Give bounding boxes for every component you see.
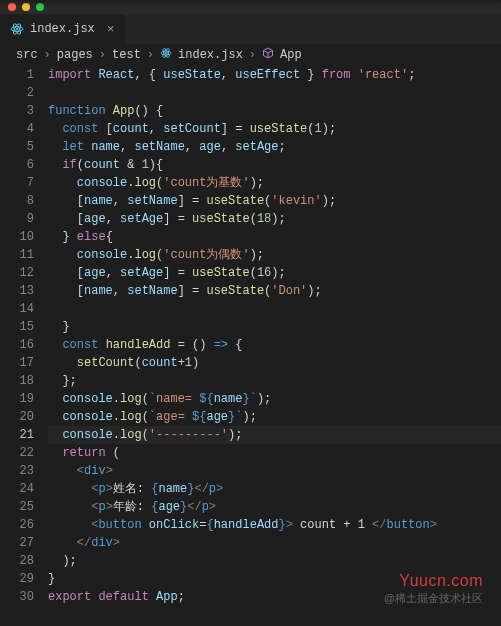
line-number: 14: [0, 300, 34, 318]
close-tab-icon[interactable]: ×: [107, 22, 115, 37]
line-number-gutter: 1234567891011121314151617181920212223242…: [0, 66, 48, 606]
breadcrumb-symbol[interactable]: App: [280, 48, 302, 62]
breadcrumb-pages[interactable]: pages: [57, 48, 93, 62]
code-line[interactable]: };: [48, 372, 501, 390]
code-line[interactable]: const handleAdd = () => {: [48, 336, 501, 354]
chevron-right-icon: ›: [147, 48, 154, 62]
line-number: 9: [0, 210, 34, 228]
line-number: 19: [0, 390, 34, 408]
line-number: 17: [0, 354, 34, 372]
line-number: 15: [0, 318, 34, 336]
line-number: 24: [0, 480, 34, 498]
code-line[interactable]: <p>姓名: {name}</p>: [48, 480, 501, 498]
line-number: 27: [0, 534, 34, 552]
code-line[interactable]: [age, setAge] = useState(18);: [48, 210, 501, 228]
line-number: 28: [0, 552, 34, 570]
code-line[interactable]: [name, setName] = useState('Don');: [48, 282, 501, 300]
code-line[interactable]: );: [48, 552, 501, 570]
code-line[interactable]: function App() {: [48, 102, 501, 120]
chevron-right-icon: ›: [99, 48, 106, 62]
community-watermark: @稀土掘金技术社区: [384, 591, 483, 606]
code-line[interactable]: let name, setName, age, setAge;: [48, 138, 501, 156]
line-number: 3: [0, 102, 34, 120]
code-line[interactable]: setCount(count+1): [48, 354, 501, 372]
code-line[interactable]: console.log('---------');: [48, 426, 501, 444]
line-number: 26: [0, 516, 34, 534]
line-number: 10: [0, 228, 34, 246]
line-number: 16: [0, 336, 34, 354]
chevron-right-icon: ›: [44, 48, 51, 62]
code-line[interactable]: } else{: [48, 228, 501, 246]
code-line[interactable]: </div>: [48, 534, 501, 552]
line-number: 11: [0, 246, 34, 264]
code-line[interactable]: [age, setAge] = useState(16);: [48, 264, 501, 282]
code-line[interactable]: const [count, setCount] = useState(1);: [48, 120, 501, 138]
symbol-function-icon: [262, 47, 274, 63]
svg-point-3: [16, 28, 18, 30]
tab-index-jsx[interactable]: index.jsx ×: [0, 14, 125, 44]
code-line[interactable]: import React, { useState, useEffect } fr…: [48, 66, 501, 84]
code-line[interactable]: return (: [48, 444, 501, 462]
editor-area[interactable]: 1234567891011121314151617181920212223242…: [0, 66, 501, 606]
line-number: 29: [0, 570, 34, 588]
watermark-text: Yuucn.com: [399, 572, 483, 590]
breadcrumb-src[interactable]: src: [16, 48, 38, 62]
line-number: 30: [0, 588, 34, 606]
line-number: 25: [0, 498, 34, 516]
line-number: 7: [0, 174, 34, 192]
code-line[interactable]: }: [48, 318, 501, 336]
code-line[interactable]: [48, 84, 501, 102]
line-number: 6: [0, 156, 34, 174]
chevron-right-icon: ›: [249, 48, 256, 62]
breadcrumb-test[interactable]: test: [112, 48, 141, 62]
svg-point-7: [165, 52, 167, 54]
line-number: 20: [0, 408, 34, 426]
code-line[interactable]: console.log('count为偶数');: [48, 246, 501, 264]
code-line[interactable]: <div>: [48, 462, 501, 480]
code-line[interactable]: if(count & 1){: [48, 156, 501, 174]
line-number: 21: [0, 426, 34, 444]
code-line[interactable]: [name, setName] = useState('kevin');: [48, 192, 501, 210]
tab-bar: index.jsx ×: [0, 14, 501, 44]
code-line[interactable]: <button onClick={handleAdd}> count + 1 <…: [48, 516, 501, 534]
code-line[interactable]: console.log(`age= ${age}`);: [48, 408, 501, 426]
line-number: 22: [0, 444, 34, 462]
code-line[interactable]: console.log('count为基数');: [48, 174, 501, 192]
line-number: 1: [0, 66, 34, 84]
line-number: 8: [0, 192, 34, 210]
tab-label: index.jsx: [30, 22, 95, 36]
react-file-icon: [160, 47, 172, 63]
breadcrumbs[interactable]: src › pages › test › index.jsx › App: [0, 44, 501, 66]
code-line[interactable]: <p>年龄: {age}</p>: [48, 498, 501, 516]
code-content[interactable]: import React, { useState, useEffect } fr…: [48, 66, 501, 606]
line-number: 18: [0, 372, 34, 390]
line-number: 13: [0, 282, 34, 300]
code-line[interactable]: console.log(`name= ${name}`);: [48, 390, 501, 408]
line-number: 12: [0, 264, 34, 282]
code-line[interactable]: [48, 300, 501, 318]
top-shadow: [0, 0, 501, 6]
breadcrumb-file[interactable]: index.jsx: [178, 48, 243, 62]
line-number: 5: [0, 138, 34, 156]
react-file-icon: [10, 22, 24, 36]
line-number: 2: [0, 84, 34, 102]
line-number: 23: [0, 462, 34, 480]
line-number: 4: [0, 120, 34, 138]
